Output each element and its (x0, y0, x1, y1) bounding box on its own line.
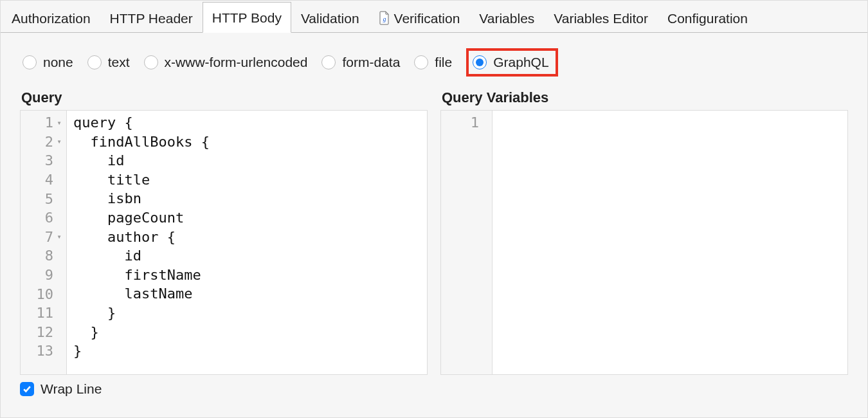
gutter-line: 8 (21, 246, 66, 266)
radio-icon (473, 55, 487, 69)
gutter-line: 2▾ (21, 132, 66, 152)
radio-icon (321, 55, 336, 69)
tab-http-header[interactable]: HTTP Header (100, 3, 203, 33)
query-variables-editor[interactable]: 1 (440, 110, 848, 375)
body-type-none[interactable]: none (23, 55, 73, 70)
body-type-file[interactable]: file (414, 55, 452, 70)
gutter-line: 1▾ (21, 113, 66, 132)
tab-label: Validation (301, 11, 359, 26)
body-type-text[interactable]: text (87, 55, 130, 70)
svg-text:g: g (383, 15, 386, 23)
gutter-line: 13 (21, 341, 66, 361)
radio-icon (144, 55, 158, 69)
gutter-line: 10 (21, 284, 66, 304)
tab-label: Verification (394, 11, 460, 26)
gutter-line: 5 (21, 189, 66, 208)
tab-label: HTTP Header (110, 11, 193, 26)
query-gutter: 1▾2▾34567▾8910111213 (21, 111, 67, 374)
tab-variables-editor[interactable]: Variables Editor (544, 3, 658, 33)
radio-icon (87, 55, 102, 69)
body-type-label: form-data (342, 55, 400, 70)
body-type-urlencoded[interactable]: x-www-form-urlencoded (144, 55, 308, 70)
variables-gutter: 1 (441, 111, 493, 374)
query-code[interactable]: query { findAllBooks { id title isbn pag… (67, 111, 427, 374)
body-type-graphql[interactable]: GraphQL (473, 55, 548, 70)
tab-label: HTTP Body (212, 10, 282, 25)
wrap-line-label: Wrap Line (41, 381, 102, 397)
tab-variables[interactable]: Variables (469, 3, 544, 33)
fold-toggle-icon[interactable]: ▾ (56, 137, 62, 146)
wrap-line-option[interactable]: Wrap Line (1, 375, 867, 397)
gutter-line: 4 (21, 170, 66, 190)
tab-http-body[interactable]: HTTP Body (203, 2, 291, 33)
tab-configuration[interactable]: Configuration (658, 3, 757, 33)
query-variables-title: Query Variables (442, 89, 848, 106)
gutter-line: 3 (21, 151, 66, 170)
radio-icon (23, 55, 37, 69)
gutter-line: 9 (21, 266, 66, 285)
radio-icon (414, 55, 428, 69)
gutter-line: 1 (441, 113, 492, 132)
query-title: Query (21, 89, 428, 106)
tab-label: Variables (479, 11, 534, 26)
variables-code[interactable] (493, 111, 847, 374)
body-type-label: none (43, 55, 73, 70)
fold-toggle-icon[interactable]: ▾ (56, 118, 62, 127)
file-icon: g (379, 11, 390, 25)
body-type-label: text (108, 55, 130, 70)
tab-label: Authorization (12, 11, 91, 26)
body-type-row: nonetextx-www-form-urlencodedform-datafi… (1, 33, 867, 82)
tab-label: Variables Editor (554, 11, 648, 26)
gutter-line: 11 (21, 304, 66, 323)
gutter-line: 6 (21, 208, 66, 228)
body-type-label: x-www-form-urlencoded (165, 55, 308, 70)
tab-verification[interactable]: gVerification (369, 3, 470, 33)
tab-validation[interactable]: Validation (291, 3, 369, 33)
gutter-line: 7▾ (21, 228, 66, 247)
checkbox-checked-icon[interactable] (20, 382, 34, 396)
body-type-label: file (435, 55, 452, 70)
body-type-form-data[interactable]: form-data (321, 55, 400, 70)
tab-label: Configuration (667, 11, 748, 26)
body-type-label: GraphQL (493, 55, 548, 70)
tab-authorization[interactable]: Authorization (2, 3, 100, 33)
fold-toggle-icon[interactable]: ▾ (56, 232, 62, 241)
tabs-bar: AuthorizationHTTP HeaderHTTP BodyValidat… (1, 1, 867, 33)
query-editor[interactable]: 1▾2▾34567▾8910111213 query { findAllBook… (20, 110, 428, 375)
gutter-line: 12 (21, 323, 66, 342)
highlight-box: GraphQL (466, 48, 557, 77)
